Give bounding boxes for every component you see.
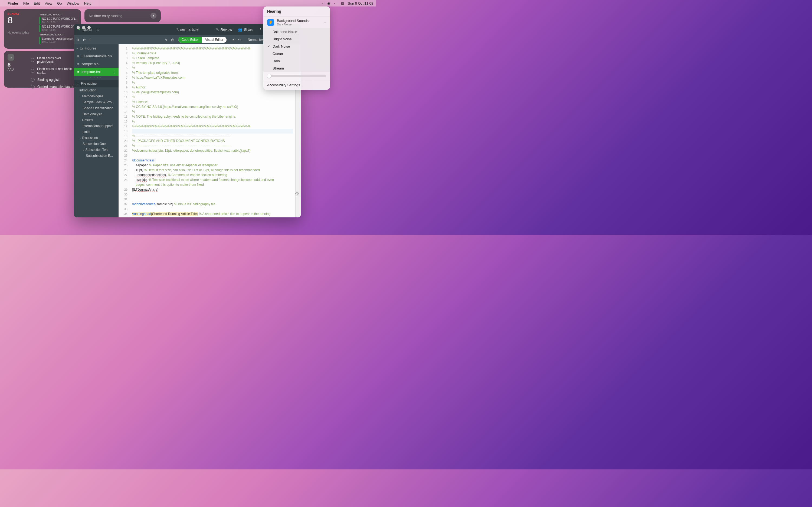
outline-item[interactable]: Subsection Two xyxy=(74,147,118,153)
reminder-item[interactable]: Guided search five factors xyxy=(31,83,78,90)
outline-item[interactable]: Discussion xyxy=(74,135,118,141)
chevron-down-icon[interactable]: ⌄ xyxy=(324,20,326,24)
battery-icon[interactable]: ▭ xyxy=(334,1,337,5)
sound-option[interactable]: Dark Noise xyxy=(263,43,330,50)
file-name: template.tex xyxy=(82,70,101,74)
file-tree-item[interactable]: 🗎LTJournalArticle.cls xyxy=(74,52,118,60)
menubar-item-help[interactable]: Help xyxy=(84,1,92,5)
outline-item[interactable]: Sample Sites \& Proc... xyxy=(74,99,118,105)
file-tree-item[interactable]: 🗀Figures xyxy=(74,44,118,52)
new-folder-icon[interactable]: 🗀 xyxy=(83,38,86,42)
reminder-checkbox[interactable] xyxy=(31,78,35,82)
reminder-title: Guided search five factors xyxy=(37,85,75,89)
reminder-item[interactable]: Binding og gist xyxy=(31,76,78,83)
reminder-title: Flash cards til helt basic stati... xyxy=(37,67,78,75)
reminder-title: Flash cards over psykofysisk... xyxy=(37,56,78,64)
reminder-item[interactable]: Flash cards over psykofysisk... xyxy=(31,55,78,65)
outline-item[interactable]: Methodologies xyxy=(74,93,118,99)
file-name: Figures xyxy=(85,46,96,50)
file-icon: 🗎 xyxy=(77,70,80,73)
file-outline-header[interactable]: ⌄File outline xyxy=(74,80,118,87)
home-icon[interactable]: ⌂ xyxy=(97,27,99,32)
reminders-widget[interactable]: ⌂ 8 AAU Flash cards over psykofysisk...F… xyxy=(4,51,81,88)
sound-option[interactable]: Rain xyxy=(263,57,330,65)
sound-option[interactable]: Balanced Noise xyxy=(263,28,330,36)
menubar-item-go[interactable]: Go xyxy=(57,1,62,5)
hearing-control-panel: Hearing 👂 Background Sounds Dark Noise ⌄… xyxy=(263,6,330,90)
redo-icon[interactable]: ↷ xyxy=(238,38,241,42)
app-status-icon[interactable]: ◉ xyxy=(327,1,330,5)
calendar-day-header: THURSDAY, 12 OCT xyxy=(40,33,78,36)
reminders-list-name: AAU xyxy=(8,68,14,71)
file-icon: 🗀 xyxy=(80,47,83,50)
sound-option[interactable]: Ocean xyxy=(263,50,330,57)
file-tree-item[interactable]: 🗎template.tex⋮ xyxy=(74,68,118,76)
window-traffic-lights[interactable] xyxy=(77,26,91,29)
reminder-checkbox[interactable] xyxy=(31,58,34,62)
reminder-checkbox[interactable] xyxy=(31,85,35,89)
menubar-item-file[interactable]: File xyxy=(23,1,29,5)
share-button[interactable]: 👥Share xyxy=(238,27,253,32)
background-sounds-current: Dark Noise xyxy=(277,23,309,26)
line-number-gutter: 1234567891011121314151617181920212223242… xyxy=(118,44,130,217)
background-sounds-row[interactable]: 👂 Background Sounds Dark Noise ⌄ xyxy=(263,16,330,28)
comment-icon[interactable]: 💬 xyxy=(295,191,299,196)
calendar-event[interactable]: Lecture 6 - Applied expe...10.15–12.00 xyxy=(40,37,78,44)
upload-icon[interactable]: ⤴ xyxy=(89,38,91,42)
accessibility-settings-link[interactable]: Accessibility Settings... xyxy=(263,80,330,90)
project-title[interactable]: 7. sem article xyxy=(176,27,198,32)
calendar-widget[interactable]: SUNDAY 8 No events today TUESDAY, 10 OCT… xyxy=(4,9,81,49)
play-icon[interactable]: ▶ xyxy=(151,13,156,19)
calendar-day-header: TUESDAY, 10 OCT xyxy=(40,13,78,16)
new-file-icon[interactable]: 🗎 xyxy=(77,38,80,42)
panel-resize-handle[interactable]: • • • • xyxy=(74,76,118,80)
calendar-daynum: 8 xyxy=(8,15,37,25)
code-editor-tab[interactable]: Code Editor xyxy=(179,37,202,43)
outline-item[interactable]: Data Analysis xyxy=(74,111,118,117)
outline-item[interactable]: Results xyxy=(74,117,118,123)
reminders-count: 8 xyxy=(8,62,14,68)
calendar-event[interactable]: NO LECTURE WORK ON...12.30–14.15 xyxy=(40,25,78,32)
rename-icon[interactable]: ✎ xyxy=(165,38,168,42)
control-center-icon[interactable]: ⊟ xyxy=(341,1,344,5)
menubar-app-name[interactable]: Finder xyxy=(8,1,18,5)
file-icon: 🗎 xyxy=(77,55,80,58)
menubar-item-edit[interactable]: Edit xyxy=(34,1,40,5)
editor-mode-toggle[interactable]: Code Editor Visual Editor xyxy=(179,37,227,43)
file-menu-icon[interactable]: ⋮ xyxy=(112,70,116,74)
outline-item[interactable]: Introduction xyxy=(74,87,118,93)
sound-option[interactable]: Stream xyxy=(263,65,330,72)
file-tree-item[interactable]: 🗎sample.bib xyxy=(74,60,118,68)
outline-item[interactable]: Subsection One xyxy=(74,141,118,147)
ear-icon: 👂 xyxy=(267,19,274,26)
hearing-title: Hearing xyxy=(263,6,330,16)
outline-item[interactable]: Species Identification xyxy=(74,105,118,111)
background-sounds-label: Background Sounds xyxy=(277,19,309,23)
outline-item[interactable]: International Support xyxy=(74,123,118,129)
file-icon: 🗎 xyxy=(77,62,80,66)
menubar-item-window[interactable]: Window xyxy=(66,1,79,5)
menubar-item-view[interactable]: View xyxy=(45,1,52,5)
delete-icon[interactable]: 🗑 xyxy=(170,38,174,42)
share-icon: 👥 xyxy=(238,27,242,32)
sound-option[interactable]: Bright Noise xyxy=(263,36,330,43)
review-button[interactable]: ✎Review xyxy=(216,27,232,32)
outline-item[interactable]: Links xyxy=(74,129,118,135)
volume-slider[interactable] xyxy=(263,72,330,80)
reminder-item[interactable]: Flash cards til helt basic stati... xyxy=(31,65,78,76)
visual-editor-tab[interactable]: Visual Editor xyxy=(202,37,226,43)
slider-knob[interactable] xyxy=(267,74,271,78)
reminder-checkbox[interactable] xyxy=(31,69,34,73)
reminders-list-icon: ⌂ xyxy=(8,54,14,61)
file-name: sample.bib xyxy=(82,62,99,66)
calendar-no-events: No events today xyxy=(8,31,37,34)
submit-icon: 🏳 xyxy=(259,27,263,32)
outline-item[interactable]: Subsubsection E... xyxy=(74,153,118,159)
tracker-status-text: No time entry running xyxy=(89,14,122,18)
review-icon: ✎ xyxy=(216,27,219,32)
menubar-datetime[interactable]: Sun 8 Oct 11.08 xyxy=(348,1,373,5)
time-tracker-widget[interactable]: No time entry running ▶ xyxy=(85,9,161,22)
undo-icon[interactable]: ↶ xyxy=(233,38,236,42)
calendar-event[interactable]: NO LECTURE WORK ON...10.15–12.00 xyxy=(40,17,78,24)
chevron-left-icon[interactable]: ‹ xyxy=(322,1,323,5)
